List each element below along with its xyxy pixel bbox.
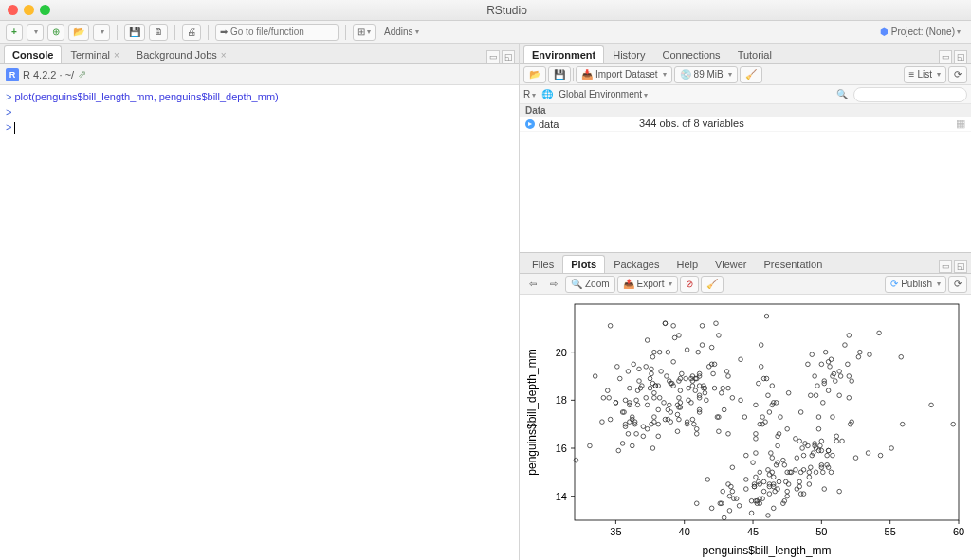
svg-point-48 [690, 384, 695, 388]
clear-plots-button[interactable]: 🧹 [701, 276, 724, 293]
svg-point-279 [814, 470, 818, 475]
svg-point-156 [656, 407, 661, 412]
env-section-data: Data [520, 104, 971, 117]
minimize-pane-icon[interactable]: ▭ [486, 50, 500, 63]
svg-point-212 [806, 362, 811, 367]
svg-point-98 [694, 426, 699, 431]
memory-usage-button[interactable]: 💿 89 MiB [674, 66, 738, 83]
svg-point-211 [868, 352, 872, 357]
tab-tutorial[interactable]: Tutorial [729, 45, 780, 63]
tools-menu[interactable]: ⊞ [353, 24, 376, 41]
svg-point-337 [900, 422, 905, 426]
svg-text:50: 50 [815, 526, 827, 537]
svg-point-123 [696, 350, 701, 354]
remove-plot-button[interactable]: ⊘ [680, 276, 699, 293]
svg-point-323 [837, 489, 842, 494]
print-button[interactable]: 🖨 [182, 24, 201, 41]
tab-connections[interactable]: Connections [653, 45, 728, 63]
svg-point-94 [677, 417, 682, 422]
close-icon[interactable]: × [114, 50, 119, 61]
maximize-pane-icon[interactable]: ◱ [954, 50, 967, 63]
maximize-pane-icon[interactable]: ◱ [954, 260, 967, 273]
svg-point-177 [757, 381, 761, 386]
svg-text:55: 55 [885, 526, 896, 537]
svg-point-61 [680, 371, 685, 376]
new-project-button[interactable]: ⊕ [47, 24, 64, 41]
env-search-input[interactable] [853, 87, 967, 102]
svg-point-38 [665, 374, 669, 379]
zoom-window-icon[interactable] [40, 5, 50, 15]
svg-point-137 [719, 390, 724, 395]
maximize-pane-icon[interactable]: ◱ [502, 50, 515, 63]
tab-background-jobs[interactable]: Background Jobs× [128, 45, 235, 63]
svg-point-40 [605, 388, 610, 393]
save-button[interactable]: 💾 [124, 24, 145, 41]
tab-history[interactable]: History [604, 45, 653, 63]
zoom-button[interactable]: 🔍 Zoom [565, 276, 615, 293]
minimize-pane-icon[interactable]: ▭ [939, 260, 952, 273]
refresh-button[interactable]: ⟳ [948, 66, 967, 83]
svg-point-264 [795, 487, 799, 492]
svg-point-247 [806, 443, 811, 448]
language-scope[interactable]: R [523, 89, 536, 99]
refresh-plots-button[interactable]: ⟳ [948, 276, 967, 293]
svg-point-317 [853, 456, 858, 461]
open-recent-menu[interactable] [93, 24, 110, 41]
svg-text:16: 16 [556, 443, 567, 454]
grid-icon[interactable]: ▦ [956, 117, 965, 130]
open-file-button[interactable]: 📂 [68, 24, 89, 41]
next-plot-button[interactable]: ⇨ [544, 276, 563, 293]
minimize-pane-icon[interactable]: ▭ [939, 50, 952, 63]
new-file-button[interactable]: + [6, 24, 23, 41]
svg-point-129 [657, 350, 662, 354]
tab-files[interactable]: Files [523, 255, 562, 273]
svg-point-199 [813, 374, 817, 379]
goto-file-input[interactable]: ➡ [215, 24, 339, 41]
addins-menu[interactable]: Addins [379, 24, 424, 41]
tab-plots[interactable]: Plots [562, 255, 605, 273]
import-dataset-button[interactable]: 📥 Import Dataset [576, 66, 672, 83]
svg-point-341 [776, 443, 780, 448]
view-mode-button[interactable]: ≡ List [904, 66, 946, 83]
save-workspace-button[interactable]: 💾 [548, 66, 571, 83]
svg-point-343 [866, 451, 870, 456]
expand-icon[interactable]: ▸ [525, 119, 535, 129]
tab-console[interactable]: Console [4, 45, 62, 63]
svg-point-308 [795, 456, 799, 461]
save-all-button[interactable]: 🗎 [149, 24, 168, 41]
tab-presentation[interactable]: Presentation [756, 255, 832, 273]
console-body[interactable]: > plot(penguins$bill_length_mm, penguins… [0, 85, 519, 560]
svg-point-59 [712, 386, 717, 390]
tab-terminal[interactable]: Terminal× [62, 45, 127, 63]
minimize-window-icon[interactable] [24, 5, 34, 15]
tab-viewer[interactable]: Viewer [706, 255, 755, 273]
tab-help[interactable]: Help [668, 255, 706, 273]
svg-point-126 [653, 384, 658, 388]
svg-point-244 [727, 509, 732, 514]
close-window-icon[interactable] [8, 5, 18, 15]
new-file-menu[interactable] [27, 24, 44, 41]
wd-arrow-icon[interactable]: ⇗ [78, 68, 86, 81]
plot-area: 35404550556014161820penguins$bill_length… [520, 295, 971, 560]
env-row[interactable]: ▸data 344 obs. of 8 variables ▦ [520, 117, 971, 132]
load-workspace-button[interactable]: 📂 [523, 66, 546, 83]
svg-point-225 [810, 352, 815, 357]
clear-workspace-button[interactable]: 🧹 [740, 66, 762, 83]
svg-point-64 [628, 386, 632, 390]
prev-plot-button[interactable]: ⇦ [523, 276, 542, 293]
svg-point-201 [858, 350, 863, 354]
svg-point-322 [729, 484, 734, 489]
svg-point-180 [766, 393, 771, 398]
environment-scope[interactable]: Global Environment [559, 89, 648, 99]
svg-point-299 [878, 453, 883, 458]
close-icon[interactable]: × [221, 50, 227, 61]
svg-point-357 [754, 475, 759, 479]
console-command: plot(penguins$bill_length_mm, penguins$b… [14, 91, 278, 102]
tab-packages[interactable]: Packages [605, 255, 668, 273]
svg-point-274 [737, 504, 742, 509]
svg-point-227 [759, 365, 763, 370]
export-button[interactable]: 📤 Export [617, 276, 679, 293]
project-menu[interactable]: ⬢Project: (None) [875, 24, 965, 41]
tab-environment[interactable]: Environment [523, 45, 604, 63]
publish-button[interactable]: ⟳ Publish [885, 276, 946, 293]
